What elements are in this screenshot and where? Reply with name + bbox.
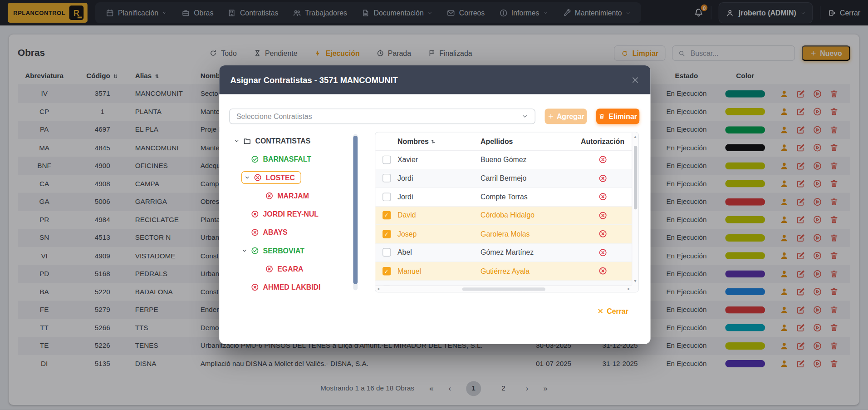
contractors-tree-list: CONTRATISTASBARNASFALTLOSTECMARJAMJORDI … <box>229 132 362 292</box>
worker-checkbox[interactable] <box>382 193 390 201</box>
tree-node-label: MARJAM <box>277 192 309 200</box>
sort-icon <box>430 138 436 144</box>
tree-node-label: EGARA <box>277 265 303 273</box>
worker-row: JordiCompte Torras <box>375 188 638 207</box>
x-circle-icon <box>251 283 259 291</box>
worker-row: ✓ManuelGutiérrez Ayala <box>375 262 638 281</box>
modal-footer: Cerrar <box>229 307 641 315</box>
tree-node-label: JORDI REY-NUL <box>263 210 319 218</box>
tree-node-contratistas[interactable]: CONTRATISTAS <box>229 132 362 150</box>
tree-scrollbar[interactable] <box>353 134 358 290</box>
modal-header: Asignar Contratistas - 3571 MANCOMUNIT <box>219 65 650 94</box>
chevron-down-icon <box>241 247 247 253</box>
tree-node-label: SERBOVIAT <box>263 247 304 255</box>
x-circle-icon <box>251 228 259 237</box>
tree-node-lostec[interactable]: LOSTEC <box>229 168 362 187</box>
column-header-nombres[interactable]: Nombres <box>397 137 481 145</box>
tree-node-serboviat[interactable]: SERBOVIAT <box>229 242 362 260</box>
worker-checkbox[interactable] <box>382 156 390 164</box>
modal-title: Asignar Contratistas - 3571 MANCOMUNIT <box>230 75 398 84</box>
modal-body: Seleccione Contratistas Agregar Eliminar… <box>219 94 650 315</box>
authorization-denied-icon[interactable] <box>598 174 607 183</box>
x-circle-icon <box>265 265 273 273</box>
delete-contractor-button[interactable]: Eliminar <box>596 109 639 124</box>
cell-nombre: Xavier <box>397 156 481 164</box>
column-header-apellidos: Apellidos <box>481 137 574 145</box>
workers-vertical-scrollbar[interactable]: ▴ ▾ <box>632 133 638 286</box>
modal-close-button[interactable]: Cerrar <box>597 307 628 315</box>
scroll-thumb[interactable] <box>634 146 637 209</box>
worker-row: ✓JosepGarolera Molas <box>375 225 638 243</box>
tree-node-label: BARNASFALT <box>263 155 311 163</box>
contractors-tree: CONTRATISTASBARNASFALTLOSTECMARJAMJORDI … <box>229 132 362 292</box>
x-circle-icon <box>265 192 273 200</box>
contractors-select-placeholder: Seleccione Contratistas <box>236 112 312 120</box>
scroll-down-arrow[interactable]: ▾ <box>634 279 637 284</box>
cell-apellidos: Gutiérrez Ayala <box>481 267 574 275</box>
trash-icon <box>598 113 605 120</box>
authorization-denied-icon[interactable] <box>598 267 607 276</box>
scroll-left-arrow[interactable]: ◂ <box>377 287 379 291</box>
cell-nombre: Jordi <box>397 193 481 201</box>
workers-panel: Nombres Apellidos Autorización XavierBue… <box>375 132 639 292</box>
delete-contractor-label: Eliminar <box>608 112 637 120</box>
add-contractor-label: Agregar <box>557 112 584 120</box>
authorization-denied-icon[interactable] <box>598 229 607 238</box>
tree-node-marjam[interactable]: MARJAM <box>229 187 362 205</box>
tree-node-egara[interactable]: EGARA <box>229 260 362 278</box>
tree-node-abays[interactable]: ABAYS <box>229 223 362 242</box>
modal-toolbar: Seleccione Contratistas Agregar Eliminar <box>229 109 641 124</box>
app-window: RPLANCONTROL R PlanificaciónObrasContrat… <box>0 0 868 410</box>
worker-checkbox[interactable] <box>382 174 390 182</box>
column-header-nombres-label: Nombres <box>397 137 429 145</box>
worker-checkbox[interactable]: ✓ <box>382 230 390 238</box>
modal-close-label: Cerrar <box>607 307 628 315</box>
cell-apellidos: Córdoba Hidalgo <box>481 211 574 219</box>
chevron-down-icon <box>234 138 240 144</box>
cell-nombre: Manuel <box>397 267 481 275</box>
authorization-denied-icon[interactable] <box>598 193 607 202</box>
close-icon <box>597 308 603 314</box>
tree-node-barnasfalt[interactable]: BARNASFALT <box>229 150 362 168</box>
x-circle-icon <box>251 210 259 218</box>
x-circle-icon <box>254 173 262 182</box>
cell-apellidos: Compte Torras <box>481 193 574 201</box>
assign-contractors-modal: Asignar Contratistas - 3571 MANCOMUNIT S… <box>219 65 650 344</box>
cell-nombre: David <box>397 211 481 219</box>
workers-table-header: Nombres Apellidos Autorización <box>375 133 638 151</box>
cell-apellidos: Garolera Molas <box>481 230 574 238</box>
tree-node-label: LOSTEC <box>266 173 295 182</box>
worker-row: JordiCarril Bermejo <box>375 169 638 188</box>
check-circle-icon <box>251 247 259 255</box>
worker-checkbox[interactable]: ✓ <box>382 267 390 275</box>
tree-node-ahmed-lakbidi[interactable]: AHMED LAKBIDI <box>229 278 362 292</box>
add-contractor-button[interactable]: Agregar <box>545 109 587 124</box>
cell-nombre: Josep <box>397 230 481 238</box>
cell-nombre: Jordi <box>397 174 481 182</box>
scroll-up-arrow[interactable]: ▴ <box>634 134 637 139</box>
authorization-denied-icon[interactable] <box>598 155 607 164</box>
scroll-right-arrow[interactable]: ▸ <box>628 287 630 291</box>
worker-row: XavierBueno Gómez <box>375 151 638 169</box>
workers-table-body: XavierBueno GómezJordiCarril BermejoJord… <box>375 151 638 292</box>
worker-checkbox[interactable]: ✓ <box>382 211 390 219</box>
column-header-autorizacion: Autorización <box>574 137 638 145</box>
authorization-denied-icon[interactable] <box>598 248 607 257</box>
worker-checkbox[interactable] <box>382 248 390 257</box>
contractors-select[interactable]: Seleccione Contratistas <box>229 109 535 124</box>
scroll-thumb[interactable] <box>462 287 545 291</box>
tree-node-jordi-rey-nul[interactable]: JORDI REY-NUL <box>229 205 362 223</box>
chevron-down-icon <box>521 113 528 120</box>
close-icon[interactable] <box>631 76 639 84</box>
worker-row: AbelGómez Martínez <box>375 243 638 262</box>
tree-node-label: AHMED LAKBIDI <box>263 283 321 291</box>
scrollbar-corner <box>632 285 638 292</box>
worker-row: ✓DavidCórdoba Hidalgo <box>375 206 638 225</box>
authorization-denied-icon[interactable] <box>598 211 607 220</box>
tree-node-label: CONTRATISTAS <box>255 137 310 145</box>
cell-apellidos: Carril Bermejo <box>481 174 574 182</box>
folder-icon <box>243 137 251 145</box>
workers-horizontal-scrollbar[interactable]: ◂ ▸ <box>375 285 632 292</box>
cell-apellidos: Gómez Martínez <box>481 248 574 257</box>
plus-icon <box>547 113 554 120</box>
